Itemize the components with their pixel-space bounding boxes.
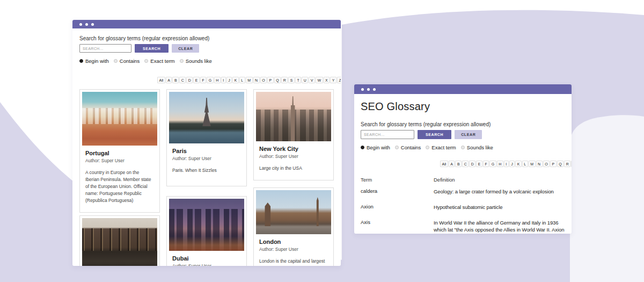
alphabet-letter[interactable]: W [316, 77, 323, 83]
search-mode-exact-term[interactable]: Exact term [426, 144, 456, 150]
alphabet-letter[interactable]: All [157, 77, 165, 83]
alphabet-letter[interactable]: X [324, 77, 330, 83]
card-title[interactable]: New York City [259, 146, 328, 152]
alphabet-letter[interactable]: N [536, 161, 543, 167]
alphabet-letter[interactable]: Q [274, 77, 281, 83]
glossary-card-london: London Author: Super User London is the … [253, 187, 334, 266]
alphabet-letter[interactable]: J [226, 77, 232, 83]
search-mode-exact-term[interactable]: Exact term [144, 58, 174, 64]
search-mode-begin-with[interactable]: Begin with [361, 144, 390, 150]
radio-icon[interactable] [461, 146, 465, 149]
alphabet-letter[interactable]: R [564, 161, 570, 167]
london-photo [256, 190, 331, 234]
alphabet-letter[interactable]: V [309, 77, 315, 83]
card-author: Author: Super User [85, 158, 154, 163]
alphabet-letter[interactable]: M [529, 161, 536, 167]
search-button[interactable]: SEARCH [135, 44, 169, 53]
clear-button[interactable]: CLEAR [455, 130, 482, 139]
alphabet-letter[interactable]: D [469, 161, 475, 167]
alphabet-letter[interactable]: B [172, 77, 179, 83]
radio-icon[interactable] [180, 59, 184, 63]
radio-icon[interactable] [114, 59, 118, 63]
alphabet-letter[interactable]: H [214, 77, 221, 83]
alphabet-letter[interactable]: B [455, 161, 462, 167]
clear-button[interactable]: CLEAR [172, 44, 199, 53]
definition-cell: Geology: a large crater formed by a volc… [434, 188, 565, 195]
alphabet-letter[interactable]: C [462, 161, 469, 167]
alphabet-letter[interactable]: L [239, 77, 245, 83]
search-mode-contains[interactable]: Contains [395, 144, 421, 150]
alphabet-letter[interactable]: K [515, 161, 522, 167]
search-mode-contains[interactable]: Contains [114, 58, 140, 64]
alphabet-letter[interactable]: R [281, 77, 288, 83]
alphabet-letter[interactable]: S [571, 161, 572, 167]
alphabet-letter[interactable]: G [489, 161, 496, 167]
card-title[interactable]: Paris [172, 148, 241, 154]
card-author: Author: Super User [172, 263, 241, 266]
card-author: Author: Super User [259, 154, 328, 159]
search-mode-begin-with[interactable]: Begin with [79, 58, 109, 64]
glossary-card-portugal: Portugal Author: Super User A country in… [79, 89, 160, 213]
alphabet-letter[interactable]: P [267, 77, 274, 83]
card-description-truncated: ..... [172, 175, 241, 178]
alphabet-letter[interactable]: E [476, 161, 482, 167]
alphabet-letter[interactable]: D [186, 77, 193, 83]
window-titlebar [354, 84, 572, 94]
term-cell[interactable]: caldera [361, 188, 434, 194]
alphabet-letter[interactable]: F [200, 77, 206, 83]
alphabet-letter[interactable]: I [504, 161, 509, 167]
alphabet-letter[interactable]: E [193, 77, 200, 83]
card-description: Large city in the USA [259, 165, 328, 172]
mode-label: Begin with [85, 58, 109, 64]
alphabet-letter[interactable]: K [232, 77, 239, 83]
alphabet-letter[interactable]: Q [557, 161, 564, 167]
alphabet-letter[interactable]: N [253, 77, 260, 83]
card-description: London is the capital and largest city o… [259, 258, 328, 266]
alphabet-letter[interactable]: Y [330, 77, 336, 83]
card-description: Paris. When It Sizzles [172, 167, 241, 174]
radio-icon[interactable] [426, 146, 429, 149]
search-input[interactable] [361, 130, 414, 139]
card-title[interactable]: Dubai [172, 255, 241, 262]
radio-icon[interactable] [395, 146, 399, 149]
card-title[interactable]: London [259, 238, 328, 245]
alphabet-letter[interactable]: F [483, 161, 489, 167]
alphabet-letter[interactable]: S [288, 77, 295, 83]
alphabet-letter[interactable]: O [260, 77, 267, 83]
search-input[interactable] [79, 44, 131, 53]
portugal-photo [82, 92, 157, 146]
alphabet-letter[interactable]: Z [337, 77, 341, 83]
alphabet-letter[interactable]: O [543, 161, 550, 167]
alphabet-letter[interactable]: A [166, 77, 172, 83]
search-mode-group: Begin with Contains Exact term Sounds li… [79, 58, 334, 64]
search-mode-sounds-like[interactable]: Sounds like [461, 144, 493, 150]
alphabet-letter[interactable]: U [302, 77, 308, 83]
radio-icon[interactable] [144, 59, 148, 63]
alphabet-letter[interactable]: A [449, 161, 455, 167]
alphabet-letter[interactable]: All [440, 161, 448, 167]
search-mode-sounds-like[interactable]: Sounds like [180, 58, 212, 64]
glossary-card-dubai: Dubai Author: Super User Dubai is a city… [166, 196, 247, 266]
alphabet-letter[interactable]: J [509, 161, 515, 167]
term-cell[interactable]: Axis [361, 219, 434, 225]
table-header-row: Term Definition [361, 177, 565, 188]
radio-selected-icon[interactable] [361, 146, 364, 149]
alphabet-letter[interactable]: G [207, 77, 213, 83]
alphabet-letter[interactable]: P [550, 161, 557, 167]
alphabet-letter[interactable]: I [221, 77, 226, 83]
column-header-definition: Definition [434, 177, 565, 183]
card-title[interactable]: Portugal [85, 150, 154, 156]
paris-photo [169, 92, 244, 143]
term-cell[interactable]: Axion [361, 204, 434, 209]
alphabet-letter[interactable]: C [179, 77, 186, 83]
alphabet-letter[interactable]: L [522, 161, 528, 167]
alphabet-letter[interactable]: H [497, 161, 503, 167]
search-button[interactable]: SEARCH [418, 130, 451, 139]
alphabet-letter[interactable]: T [295, 77, 301, 83]
new-york-photo [256, 92, 331, 141]
alphabet-index: AllABCDEFGHIJKLMNOPQRSTUVWXYZ [157, 77, 334, 83]
radio-selected-icon[interactable] [79, 59, 83, 63]
search-mode-group: Begin with Contains Exact term Sounds li… [361, 144, 565, 150]
window-dot-icon [361, 88, 364, 91]
alphabet-letter[interactable]: M [246, 77, 253, 83]
